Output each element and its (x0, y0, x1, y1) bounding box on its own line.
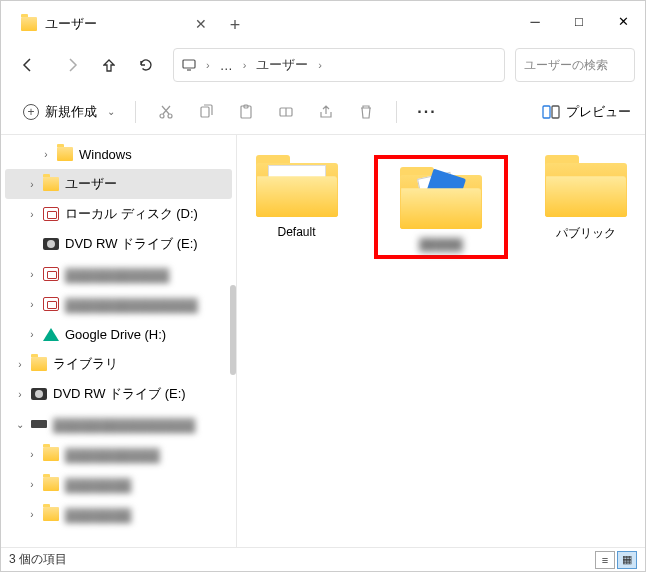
status-text: 3 個の項目 (9, 551, 67, 568)
tree-item[interactable]: ›ライブラリ (1, 349, 236, 379)
cut-button[interactable] (148, 95, 184, 129)
tree-item-label: ▓▓▓▓▓▓▓▓▓▓ (65, 447, 160, 462)
details-view-button[interactable]: ≡ (595, 551, 615, 569)
expand-arrow-icon[interactable]: › (27, 509, 37, 520)
tree-item-label: DVD RW ドライブ (E:) (65, 235, 198, 253)
new-button[interactable]: + 新規作成 ⌄ (15, 99, 123, 125)
tree-item[interactable]: ›Windows (1, 139, 236, 169)
new-tab-button[interactable]: + (219, 9, 251, 41)
view-switcher: ≡ ▦ (595, 551, 637, 569)
expand-arrow-icon[interactable]: › (27, 479, 37, 490)
tree-item-label: ▓▓▓▓▓▓▓▓▓▓▓▓▓▓ (65, 297, 198, 312)
toolbar: + 新規作成 ⌄ ··· プレビュー (1, 89, 645, 135)
copy-button[interactable] (188, 95, 224, 129)
drive-icon (43, 207, 59, 221)
expand-arrow-icon[interactable]: › (15, 389, 25, 400)
search-input[interactable]: ユーザーの検索 (515, 48, 635, 82)
highlight-box: ▓▓▓▓▓ (374, 155, 508, 259)
close-tab-icon[interactable]: ✕ (195, 16, 207, 32)
preview-toggle[interactable]: プレビュー (542, 103, 631, 121)
folder-icon (43, 177, 59, 191)
tree-item-label: DVD RW ドライブ (E:) (53, 385, 186, 403)
drive-icon (43, 267, 59, 281)
chevron-right-icon: › (243, 59, 247, 71)
chevron-down-icon: ⌄ (107, 106, 115, 117)
folder-icon (43, 447, 59, 461)
folder-label: パブリック (556, 225, 616, 242)
rename-button[interactable] (268, 95, 304, 129)
ssd-icon (31, 420, 47, 428)
expand-arrow-icon[interactable]: › (27, 449, 37, 460)
breadcrumb[interactable]: › … › ユーザー › (173, 48, 505, 82)
tree-item-label: Google Drive (H:) (65, 327, 166, 342)
dvd-icon (43, 238, 59, 250)
separator (396, 101, 397, 123)
share-button[interactable] (308, 95, 344, 129)
expand-arrow-icon[interactable]: ⌄ (15, 419, 25, 430)
forward-button[interactable] (55, 48, 89, 82)
expand-arrow-icon[interactable]: › (27, 329, 37, 340)
folder-icon (43, 477, 59, 491)
new-label: 新規作成 (45, 103, 97, 121)
expand-arrow-icon[interactable]: › (41, 149, 51, 160)
folder-large-icon (545, 155, 627, 217)
tree-item-label: ローカル ディスク (D:) (65, 205, 198, 223)
expand-arrow-icon[interactable]: › (27, 269, 37, 280)
tree-item[interactable]: ›ユーザー (5, 169, 232, 199)
separator (135, 101, 136, 123)
icons-view-button[interactable]: ▦ (617, 551, 637, 569)
tree-item[interactable]: ›▓▓▓▓▓▓▓ (1, 469, 236, 499)
back-button[interactable] (11, 48, 45, 82)
folder-icon (31, 357, 47, 371)
tab-title: ユーザー (45, 15, 97, 33)
breadcrumb-segment[interactable]: ユーザー (256, 56, 308, 74)
tree-item[interactable]: ›▓▓▓▓▓▓▓▓▓▓ (1, 439, 236, 469)
folder-label: Default (277, 225, 315, 239)
scrollbar[interactable] (230, 285, 236, 375)
folder-item[interactable]: パブリック (538, 155, 633, 242)
close-window-button[interactable]: ✕ (601, 1, 645, 41)
folder-item[interactable]: ▓▓▓▓▓ (386, 167, 496, 251)
tree-item[interactable]: ›▓▓▓▓▓▓▓▓▓▓▓▓▓▓ (1, 289, 236, 319)
expand-arrow-icon[interactable]: › (27, 299, 37, 310)
tree-item-label: ▓▓▓▓▓▓▓ (65, 507, 131, 522)
delete-button[interactable] (348, 95, 384, 129)
tree-item-label: ▓▓▓▓▓▓▓▓▓▓▓▓▓▓▓ (53, 417, 195, 432)
tree-item-label: ▓▓▓▓▓▓▓ (65, 477, 131, 492)
breadcrumb-ellipsis[interactable]: … (220, 58, 233, 73)
tree-item[interactable]: ›▓▓▓▓▓▓▓ (1, 499, 236, 529)
tree-item-label: ライブラリ (53, 355, 118, 373)
folder-item[interactable]: Default (249, 155, 344, 239)
tree-item[interactable]: DVD RW ドライブ (E:) (1, 229, 236, 259)
tree-item[interactable]: ›Google Drive (H:) (1, 319, 236, 349)
sidebar[interactable]: ›Windows›ユーザー›ローカル ディスク (D:)DVD RW ドライブ … (1, 135, 237, 547)
folder-label: ▓▓▓▓▓ (419, 237, 463, 251)
tree-item-label: Windows (79, 147, 132, 162)
tree-item[interactable]: ⌄▓▓▓▓▓▓▓▓▓▓▓▓▓▓▓ (1, 409, 236, 439)
content-pane[interactable]: Default▓▓▓▓▓パブリック (237, 135, 645, 547)
expand-arrow-icon[interactable]: › (27, 179, 37, 190)
preview-icon (542, 105, 560, 119)
minimize-button[interactable]: ─ (513, 1, 557, 41)
svg-rect-7 (543, 106, 550, 118)
navbar: › … › ユーザー › ユーザーの検索 (1, 41, 645, 89)
refresh-button[interactable] (129, 48, 163, 82)
up-button[interactable] (99, 48, 119, 82)
plus-circle-icon: + (23, 104, 39, 120)
expand-arrow-icon[interactable]: › (27, 209, 37, 220)
chevron-right-icon: › (206, 59, 210, 71)
chevron-right-icon: › (318, 59, 322, 71)
monitor-icon (182, 59, 196, 71)
window-tab[interactable]: ユーザー ✕ (9, 7, 219, 41)
tree-item[interactable]: ›▓▓▓▓▓▓▓▓▓▓▓ (1, 259, 236, 289)
folder-icon (43, 507, 59, 521)
status-bar: 3 個の項目 ≡ ▦ (1, 547, 645, 571)
expand-arrow-icon[interactable]: › (15, 359, 25, 370)
svg-point-2 (168, 114, 172, 118)
paste-button[interactable] (228, 95, 264, 129)
maximize-button[interactable]: □ (557, 1, 601, 41)
more-button[interactable]: ··· (409, 95, 445, 129)
tree-item-label: ユーザー (65, 175, 117, 193)
tree-item[interactable]: ›DVD RW ドライブ (E:) (1, 379, 236, 409)
tree-item[interactable]: ›ローカル ディスク (D:) (1, 199, 236, 229)
